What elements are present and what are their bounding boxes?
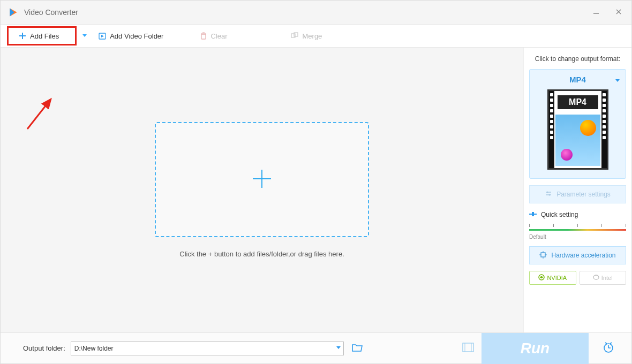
plus-large-icon: [250, 166, 274, 193]
preview-icon[interactable]: [460, 340, 476, 357]
annotation-arrow-icon: [22, 92, 59, 134]
add-files-button[interactable]: Add Files: [14, 29, 70, 42]
output-folder-dropdown[interactable]: [336, 345, 341, 352]
dropzone-hint: Click the + button to add files/folder,o…: [179, 250, 344, 258]
svg-rect-19: [532, 212, 534, 216]
intel-icon: [593, 274, 599, 282]
window-controls: [591, 6, 624, 19]
app-window: Video Converter Add Files Add Video Fold…: [0, 0, 632, 364]
open-folder-button[interactable]: [349, 340, 365, 357]
svg-rect-20: [541, 253, 545, 257]
titlebar: Video Converter: [1, 1, 631, 24]
add-video-folder-button[interactable]: Add Video Folder: [91, 29, 171, 42]
format-thumbnail: MP4: [547, 89, 608, 170]
nvidia-icon: [538, 274, 545, 282]
output-folder-path: D:\New folder: [74, 345, 114, 352]
sliders-icon: [545, 190, 552, 199]
output-format-card[interactable]: MP4 MP4: [529, 69, 626, 179]
body-area: Click the + button to add files/folder,o…: [1, 48, 631, 332]
output-folder-label: Output folder:: [23, 344, 65, 352]
svg-line-33: [605, 343, 607, 344]
minimize-button[interactable]: [591, 6, 601, 19]
clear-label: Clear: [210, 32, 227, 40]
quick-setting-icon: [529, 211, 537, 218]
format-header: MP4: [530, 70, 626, 84]
hardware-acceleration-button[interactable]: Hardware acceleration: [529, 246, 626, 264]
quick-setting-label: Quick setting: [541, 211, 578, 218]
plus-icon: [18, 32, 27, 40]
close-button[interactable]: [613, 6, 624, 19]
trash-icon: [200, 32, 207, 40]
folder-video-icon: [98, 32, 107, 40]
slider-default-label: Default: [529, 234, 626, 240]
run-label: Run: [521, 340, 550, 357]
chevron-down-icon: [615, 76, 620, 86]
app-title: Video Converter: [24, 8, 591, 17]
schedule-button[interactable]: [594, 333, 623, 364]
add-files-label: Add Files: [30, 32, 59, 40]
side-panel: Click to change output format: MP4 MP4 P…: [523, 48, 631, 332]
svg-point-17: [549, 194, 551, 195]
quality-slider[interactable]: Default: [529, 226, 626, 240]
svg-rect-27: [463, 343, 473, 352]
nvidia-chip[interactable]: NVIDIA: [529, 271, 576, 285]
gpu-row: NVIDIA Intel: [529, 271, 626, 285]
run-button[interactable]: Run: [481, 333, 589, 364]
add-video-folder-label: Add Video Folder: [110, 32, 163, 40]
app-logo-icon: [8, 7, 19, 18]
svg-line-34: [610, 343, 612, 344]
svg-point-15: [547, 191, 548, 193]
quick-setting-row: Quick setting: [529, 210, 626, 219]
format-name: MP4: [569, 75, 586, 84]
output-format-label: Click to change output format:: [529, 55, 626, 63]
dropzone[interactable]: [155, 122, 369, 237]
format-thumb-label: MP4: [558, 95, 598, 109]
merge-icon: [291, 32, 299, 40]
svg-rect-10: [294, 33, 298, 36]
parameter-settings-label: Parameter settings: [556, 191, 611, 198]
svg-rect-9: [291, 34, 295, 37]
intel-label: Intel: [601, 275, 613, 281]
add-files-highlight: Add Files: [7, 26, 77, 46]
hardware-accel-label: Hardware acceleration: [551, 252, 615, 259]
chip-icon: [539, 251, 547, 260]
merge-button[interactable]: Merge: [283, 29, 330, 42]
toolbar: Add Files Add Video Folder Clear Merge: [1, 24, 631, 48]
nvidia-label: NVIDIA: [547, 275, 567, 281]
merge-label: Merge: [303, 32, 322, 40]
clock-icon: [602, 341, 615, 356]
main-panel: Click the + button to add files/folder,o…: [1, 48, 523, 332]
output-folder-field[interactable]: D:\New folder: [71, 342, 344, 355]
clear-button[interactable]: Clear: [192, 29, 235, 42]
svg-point-26: [593, 275, 599, 279]
add-files-dropdown[interactable]: [79, 31, 91, 41]
footer: Output folder: D:\New folder Run: [1, 332, 631, 363]
svg-rect-6: [201, 34, 206, 39]
svg-line-13: [27, 99, 51, 129]
parameter-settings-button[interactable]: Parameter settings: [529, 185, 626, 203]
intel-chip[interactable]: Intel: [580, 271, 627, 285]
